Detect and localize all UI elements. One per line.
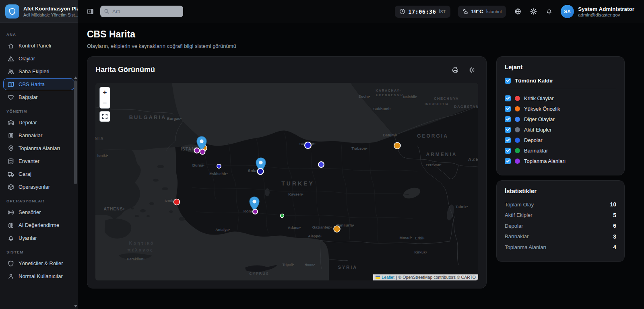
zoom-in-button[interactable]: +: [100, 87, 110, 98]
app-header[interactable]: Afet Koordinasyon Pla... Acil Müdahale Y…: [0, 0, 78, 23]
map-marker-dot[interactable]: [334, 226, 340, 232]
legend-color-dot: [515, 138, 520, 143]
sidebar-item-bar-naklar[interactable]: Barınaklar: [3, 130, 74, 141]
map-marker-dot[interactable]: [174, 199, 180, 205]
sidebar-item-label: Olaylar: [19, 56, 35, 62]
map-marker-dot[interactable]: [200, 149, 205, 154]
map-marker-dot[interactable]: [305, 142, 311, 148]
sidebar-item-normal-kullan-c-lar[interactable]: Normal Kullanıcılar: [3, 270, 74, 282]
map-label: Kirkuk•: [414, 250, 427, 254]
map-label: Kayseri•: [288, 192, 303, 196]
sidebar-item-toplanma-alanlar[interactable]: Toplanma Alanları: [3, 142, 74, 154]
sidebar-item-garaj[interactable]: Garaj: [3, 168, 74, 180]
legend-color-dot: [515, 159, 520, 164]
map-marker-dot[interactable]: [394, 142, 400, 149]
stat-label: Barınaklar: [505, 233, 528, 239]
legend-item-di-er-olaylar[interactable]: Diğer Olaylar: [505, 116, 616, 122]
checkbox-checked[interactable]: [505, 148, 511, 154]
leaflet-link[interactable]: Leaflet: [382, 275, 394, 280]
sidebar-collapse-button[interactable]: [86, 7, 95, 16]
map-theme-button[interactable]: [468, 66, 476, 74]
sidebar-scrollbar[interactable]: [74, 76, 77, 308]
search-input[interactable]: [100, 6, 183, 17]
checkbox-checked[interactable]: [505, 116, 511, 122]
print-button[interactable]: [451, 66, 459, 74]
legend-item-kritik-olaylar[interactable]: Kritik Olaylar: [505, 95, 616, 101]
sidebar-item-kontrol-paneli[interactable]: Kontrol Paneli: [3, 40, 74, 52]
stat-label: Toplam Olay: [505, 202, 534, 208]
sidebar-item-label: Saha Ekipleri: [19, 68, 50, 74]
sidebar-item-olaylar[interactable]: Olaylar: [3, 53, 74, 64]
page-subtitle: Olayların, ekiplerin ve kaynakların coğr…: [87, 43, 236, 49]
legend-item-toplanma-alanlar[interactable]: Toplanma Alanları: [505, 158, 616, 164]
sidebar-item-label: Normal Kullanıcılar: [19, 273, 63, 279]
checkbox-checked[interactable]: [505, 106, 511, 112]
package-icon: [8, 184, 14, 190]
map-marker-dot[interactable]: [318, 162, 324, 167]
map-marker-dot[interactable]: [194, 148, 200, 153]
checkbox-checked[interactable]: [505, 95, 511, 101]
map-label: GEORGIA: [417, 133, 448, 139]
attribution-text: | © OpenStreetMap contributors © CARTO: [396, 275, 476, 280]
theme-toggle-button[interactable]: [529, 8, 537, 16]
user-name: System Administrator: [578, 6, 634, 12]
legend-item-aktif-ekipler[interactable]: Aktif Ekipler: [505, 126, 616, 133]
zoom-out-button[interactable]: −: [100, 98, 110, 108]
shield-icon: [8, 8, 16, 15]
scroll-down-arrow[interactable]: [74, 305, 77, 307]
sidebar-item-uyar-lar[interactable]: Uyarılar: [3, 232, 74, 244]
language-button[interactable]: [514, 8, 522, 16]
map-image[interactable]: BULGARIABurgas•NIAloniki•Sochi•KARACHAY-…: [95, 83, 478, 280]
legend-item-y-ksek-ncelik[interactable]: Yüksek Öncelik: [505, 105, 616, 112]
legend-item-label: Yüksek Öncelik: [524, 106, 560, 112]
nav-section-header: YÖNETIM: [6, 109, 74, 113]
map-marker-dot[interactable]: [281, 214, 284, 218]
avatar[interactable]: SA: [561, 5, 574, 18]
map-label: KARACHAY-: [376, 89, 401, 93]
shield-icon: [8, 260, 14, 267]
map-label: Homs•: [305, 263, 316, 267]
page-title: CBS Harita: [87, 29, 236, 40]
sidebar-item-y-neticiler-roller[interactable]: Yöneticiler & Roller: [3, 258, 74, 269]
sidebar-item-sens-rler[interactable]: Sensörler: [3, 206, 74, 218]
legend-toggle-all[interactable]: Tümünü Kaldır: [505, 77, 616, 84]
sidebar-item-depolar[interactable]: Depolar: [3, 117, 74, 128]
map-label: ATHENS•: [103, 206, 125, 211]
map-label: Sukhumi•: [373, 107, 391, 111]
map-label: Antalya•: [215, 228, 230, 232]
legend-item-depolar[interactable]: Depolar: [505, 137, 616, 143]
sidebar-item-label: AI Değerlendirme: [19, 222, 59, 228]
sidebar-item-envanter[interactable]: Envanter: [3, 155, 74, 167]
map-label: Tabriz•: [456, 204, 468, 209]
time-value: 17:06:36: [408, 8, 436, 15]
checkbox-checked[interactable]: [505, 137, 511, 143]
legend-color-dot: [515, 117, 520, 122]
legend-color-dot: [515, 127, 520, 132]
sidebar-item-saha-ekipleri[interactable]: Saha Ekipleri: [3, 66, 74, 77]
legend-panel: Lejant Tümünü Kaldır Kritik OlaylarYükse…: [496, 56, 625, 175]
scroll-up-arrow[interactable]: [74, 76, 77, 79]
map-canvas[interactable]: BULGARIABurgas•NIAloniki•Sochi•KARACHAY-…: [95, 83, 478, 280]
checkbox-checked[interactable]: [505, 127, 511, 133]
sidebar-item-operasyonlar[interactable]: Operasyonlar: [3, 181, 74, 193]
map-marker-dot[interactable]: [253, 209, 258, 214]
sidebar-item-label: Garaj: [19, 171, 31, 177]
map-attribution: Leaflet | © OpenStreetMap contributors ©…: [373, 274, 478, 280]
sidebar-item-ba-lar[interactable]: Bağışlar: [3, 91, 74, 103]
notifications-button[interactable]: [545, 8, 553, 16]
map-label: ARMENIA: [426, 152, 457, 157]
map-marker-dot[interactable]: [217, 164, 221, 168]
legend-item-label: Toplanma Alanları: [524, 158, 566, 164]
legend-item-bar-naklar[interactable]: Barınaklar: [505, 147, 616, 154]
sidebar-item-label: Barınaklar: [19, 132, 42, 138]
map-marker-dot[interactable]: [258, 169, 264, 175]
sidebar-item-cbs-harita[interactable]: CBS Harita: [3, 78, 74, 90]
sidebar-item-ai-de-erlendirme[interactable]: AI Değerlendirme: [3, 219, 74, 231]
scrollbar-thumb[interactable]: [74, 80, 77, 184]
user-email: admin@disaster.gov: [578, 12, 634, 17]
fullscreen-button[interactable]: [99, 111, 110, 122]
checkbox-checked[interactable]: [505, 158, 511, 164]
user-icon: [8, 273, 14, 280]
checkbox-checked[interactable]: [505, 78, 511, 84]
user-menu[interactable]: SA System Administrator admin@disaster.g…: [561, 5, 634, 18]
